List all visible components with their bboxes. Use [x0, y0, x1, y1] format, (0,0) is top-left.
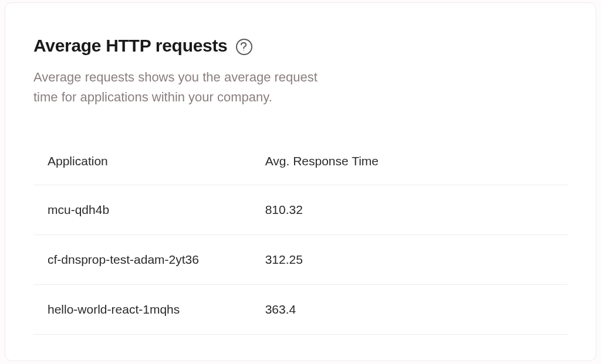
applications-table: Application Avg. Response Time mcu-qdh4b…	[33, 140, 568, 335]
col-header-application: Application	[48, 154, 265, 168]
cell-application: cf-dnsprop-test-adam-2yt36	[48, 253, 265, 267]
table-row: cf-dnsprop-test-adam-2yt36 312.25	[33, 235, 568, 285]
help-icon[interactable]	[236, 39, 252, 55]
svg-point-0	[244, 50, 244, 51]
card-description: Average requests shows you the average r…	[33, 67, 339, 107]
cell-response-time: 363.4	[265, 302, 553, 317]
table-row: hello-world-react-1mqhs 363.4	[33, 285, 568, 335]
table-header-row: Application Avg. Response Time	[33, 140, 568, 185]
metrics-card: Average HTTP requests Average requests s…	[5, 2, 596, 361]
cell-response-time: 810.32	[265, 203, 553, 217]
table-row: mcu-qdh4b 810.32	[33, 185, 568, 235]
cell-application: mcu-qdh4b	[48, 203, 265, 217]
card-header: Average HTTP requests	[33, 36, 568, 56]
cell-response-time: 312.25	[265, 253, 553, 267]
card-title: Average HTTP requests	[33, 36, 228, 56]
cell-application: hello-world-react-1mqhs	[48, 302, 265, 317]
col-header-response-time: Avg. Response Time	[265, 154, 553, 168]
